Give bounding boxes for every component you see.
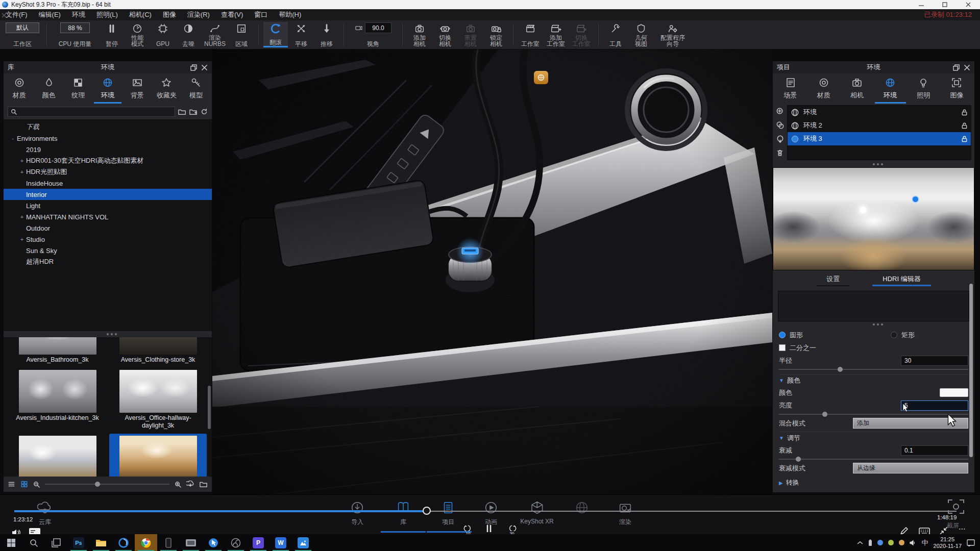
tree-item-studio[interactable]: +Studio xyxy=(4,234,212,245)
maximize-button[interactable] xyxy=(933,0,957,9)
menu-lighting[interactable]: 照明(L) xyxy=(91,10,124,19)
fov-field-group[interactable]: 视角 xyxy=(349,22,398,47)
tree-item-environments[interactable]: -Environments xyxy=(4,133,212,144)
minimize-button[interactable] xyxy=(910,0,933,9)
taskbar-app-word[interactable]: W xyxy=(270,534,292,551)
menu-help[interactable]: 帮助(H) xyxy=(273,10,307,19)
color-section-header[interactable]: ▼ 颜色 xyxy=(779,374,968,386)
thumbnail-item[interactable]: Aversis_Bathroom_3k xyxy=(9,337,106,366)
library-folder-icon[interactable] xyxy=(200,481,208,488)
environment-row-selected[interactable]: 环境 3 xyxy=(788,132,971,145)
refresh-icon[interactable] xyxy=(201,108,208,115)
lock-camera-button[interactable]: 锁定相机 xyxy=(484,22,508,47)
tree-item-interior[interactable]: Interior xyxy=(4,189,212,200)
battery-icon[interactable] xyxy=(868,539,872,546)
hdri-pin[interactable] xyxy=(912,195,919,203)
float-panel-icon[interactable] xyxy=(190,64,197,71)
menu-render[interactable]: 渲染(R) xyxy=(182,10,215,19)
tree-item-light[interactable]: Light xyxy=(4,200,212,211)
fov-input[interactable] xyxy=(365,22,391,33)
radio-rectangular[interactable] xyxy=(891,332,897,338)
lock-icon[interactable] xyxy=(961,122,968,129)
grid-view-icon[interactable] xyxy=(20,481,28,488)
tree-item-downloads[interactable]: 下载 xyxy=(4,121,212,133)
task-view-button[interactable] xyxy=(45,534,67,551)
taskbar-clock[interactable]: 21:25 2020-11-17 xyxy=(934,536,962,549)
library-search-input[interactable] xyxy=(19,108,172,115)
hdri-pin-list[interactable] xyxy=(778,291,969,321)
switch-camera-button[interactable]: 切换相机 xyxy=(433,22,457,47)
tree-item-2019[interactable]: 2019 xyxy=(4,144,212,155)
start-button[interactable] xyxy=(0,534,22,551)
menu-window[interactable]: 窗口 xyxy=(249,10,273,19)
project-tab-material[interactable]: 材质 xyxy=(807,77,840,100)
library-tab-favorites[interactable]: 收藏夹 xyxy=(152,77,182,100)
taskbar-app-explorer[interactable] xyxy=(90,534,112,551)
download-cloud-icon[interactable] xyxy=(186,481,194,488)
editor-splitter[interactable] xyxy=(773,321,974,328)
tray-app-orange-icon[interactable] xyxy=(899,540,904,545)
color-swatch[interactable] xyxy=(940,388,968,397)
taskbar-app-fan[interactable] xyxy=(225,534,247,551)
project-panel-header[interactable]: 项目 环境 xyxy=(773,61,974,73)
checkbox-half[interactable] xyxy=(779,344,786,351)
brightness-input[interactable] xyxy=(901,400,968,411)
ime-indicator[interactable]: 中 xyxy=(922,538,928,547)
delete-environment-icon[interactable] xyxy=(776,148,784,157)
tree-item-insidehouse[interactable]: InsideHouse xyxy=(4,178,212,189)
tree-item-sun-sky[interactable]: Sun & Sky xyxy=(4,245,212,256)
player-pause-button[interactable] xyxy=(486,524,492,533)
project-tab-lighting[interactable]: 照明 xyxy=(907,77,940,100)
library-search-box[interactable] xyxy=(8,107,175,117)
transform-section-header[interactable]: ▶ 转换 xyxy=(779,477,968,489)
library-panel-header[interactable]: 库 环境 xyxy=(4,61,212,73)
dolly-button[interactable]: 推移 xyxy=(314,22,339,47)
project-tab-scene[interactable]: 场景 xyxy=(774,77,807,100)
zoom-out-icon[interactable] xyxy=(33,481,40,488)
ribbon-globe[interactable] xyxy=(574,500,590,518)
screenshot-label[interactable]: 截屏 xyxy=(947,521,959,530)
viewport-cloud-badge[interactable] xyxy=(534,71,548,84)
add-camera-button[interactable]: 添加相机 xyxy=(407,22,432,47)
library-tab-colors[interactable]: 颜色 xyxy=(34,77,64,100)
thumbnail-item[interactable]: Aversis_Office-hallway-white_3k xyxy=(9,434,106,477)
project-splitter[interactable] xyxy=(773,161,974,167)
taskbar-app-phone[interactable] xyxy=(157,534,180,551)
close-panel-icon[interactable] xyxy=(964,64,970,71)
thumbnail-item[interactable]: Aversis_Office-hallway-daylight_3k xyxy=(109,368,207,432)
library-tab-environments[interactable]: 环境 xyxy=(93,77,122,100)
lock-icon[interactable] xyxy=(961,109,968,116)
hdri-preview[interactable] xyxy=(773,167,974,270)
tree-item-hdr001[interactable]: +HDR001-30套天空HDRI高动态贴图素材 xyxy=(4,155,212,166)
thumbnail-item-selected[interactable]: Dosch-Apartment_2k xyxy=(109,434,207,477)
close-panel-icon[interactable] xyxy=(201,64,208,71)
workspace-selector[interactable]: 默认 工作区 xyxy=(3,22,42,47)
environment-row[interactable]: 环境 2 xyxy=(788,119,971,132)
taskbar-app-keyshot[interactable] xyxy=(112,534,135,551)
environment-row[interactable]: 环境 xyxy=(788,106,971,119)
more-options-icon[interactable]: ⋯ xyxy=(959,524,967,533)
add-studio-button[interactable]: 添加工作室 xyxy=(544,22,568,47)
lock-icon[interactable] xyxy=(961,135,968,142)
tools-button[interactable]: 工具 xyxy=(603,22,628,47)
tree-item-uhd-hdr[interactable]: 超清HDR xyxy=(4,256,212,267)
library-tab-backgrounds[interactable]: 背景 xyxy=(122,77,152,100)
ribbon-keyshotxr[interactable]: KeyShot XR xyxy=(520,500,553,525)
add-environment-icon[interactable] xyxy=(776,107,785,116)
library-splitter[interactable] xyxy=(4,331,212,337)
ribbon-project[interactable]: 项目 xyxy=(440,500,456,527)
thumbnails-scrollbar[interactable] xyxy=(208,386,211,429)
cpu-usage-selector[interactable]: 88 % CPU 使用量 xyxy=(52,22,99,47)
thumbnail-size-slider[interactable] xyxy=(45,482,169,487)
pan-button[interactable]: 平移 xyxy=(289,22,313,47)
library-tab-materials[interactable]: 材质 xyxy=(5,77,34,100)
configurator-wizard-button[interactable]: 配置程序向导 xyxy=(654,22,691,47)
pause-button[interactable]: 暂停 xyxy=(100,22,124,47)
tray-expand-icon[interactable] xyxy=(857,541,863,545)
adjust-section-header[interactable]: ▼ 调节 xyxy=(779,432,968,444)
taskbar-app-photos[interactable] xyxy=(292,534,314,551)
library-tab-models[interactable]: 模型 xyxy=(181,77,211,100)
menu-edit[interactable]: 编辑(E) xyxy=(33,10,66,19)
region-button[interactable]: 区域 xyxy=(229,22,254,47)
menu-camera[interactable]: 相机(C) xyxy=(124,10,157,19)
